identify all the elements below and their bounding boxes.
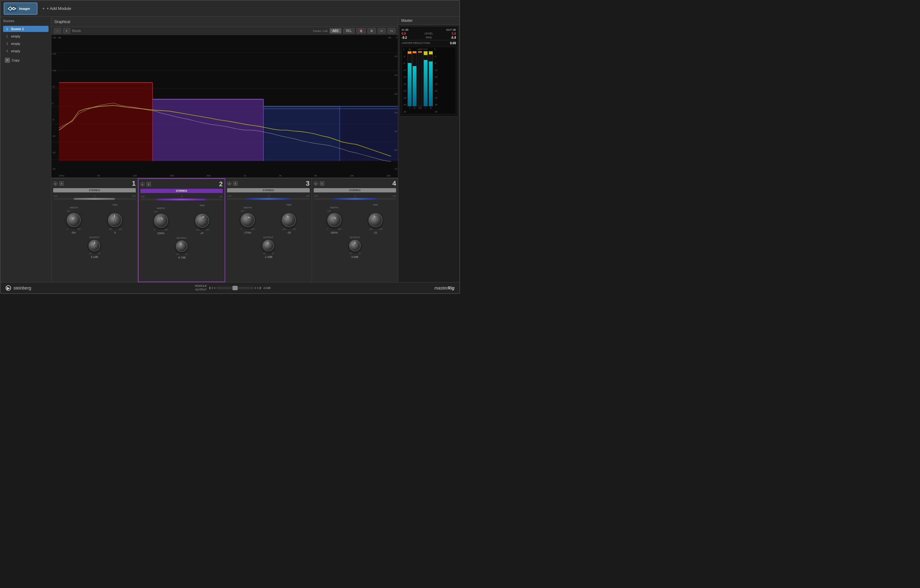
band-2-pan-range: -100100 [195, 229, 209, 231]
band-4-pan-knob[interactable] [368, 213, 382, 227]
band-1-power-button[interactable]: ⏻ [53, 181, 57, 186]
band-2-width-label: WIDTH [157, 207, 165, 210]
band-1-width-knob[interactable] [67, 213, 81, 227]
band-2-pan-knob[interactable] [195, 214, 209, 228]
band-4-power-button[interactable]: ⏻ [314, 181, 318, 186]
band-1-controls: ⏻ S [53, 181, 63, 186]
undo-button[interactable]: ↩ [377, 28, 385, 34]
band-3-pan-label: PAN [287, 204, 291, 206]
band-module-2: ⏻ S 2 STEREO -1000100 [138, 178, 225, 282]
band-2-slider-track[interactable] [141, 199, 223, 201]
band-3-slider-labels: -1000100 [227, 195, 310, 197]
masterrig-logo: masterRig [434, 285, 455, 290]
band-3-output-label: OUTPUT [263, 236, 274, 239]
band-2-width-knob[interactable] [154, 214, 168, 228]
y-label-0: 0 [52, 102, 56, 105]
limiter-row: LIMITER REDUCTION: 0.00 [402, 40, 456, 45]
band-4-controls: ⏻ S [314, 181, 324, 186]
fader-tick-2 [212, 287, 213, 289]
abs-button[interactable]: ABS [330, 28, 342, 34]
limit-label: LIMIT [417, 48, 423, 50]
band-2-output-group: OUTPUT -1515 -5.7dB [176, 236, 188, 259]
band-3-pan-group: PAN -100100 -25 [282, 204, 296, 234]
steinberg-label: steinberg [13, 285, 31, 290]
y-r-n20: -20 [394, 74, 397, 76]
in-meter-l [407, 51, 412, 106]
scene-item-3[interactable]: 3 empty [3, 40, 49, 47]
band-1-slider-container: -1000100 [53, 195, 136, 200]
band-3-stereo-tab[interactable]: STEREO [227, 188, 310, 193]
output-fader-handle[interactable] [233, 286, 238, 290]
mute-button[interactable]: 🔇 [356, 28, 366, 34]
eq-y-labels-left: +20 +15 +10 +5 0 -5 -10 -15 -20 [52, 35, 56, 172]
fader-tick-r [260, 287, 261, 289]
rms-row: -9.2 RMS -5.9 [402, 36, 456, 39]
limit-meter [418, 51, 422, 106]
redo-button[interactable]: ↪ [387, 28, 395, 34]
imager-module[interactable]: Imager [4, 2, 37, 15]
band-3-power-button[interactable]: ⏻ [227, 181, 232, 186]
band-1-output-label: OUTPUT [89, 236, 100, 239]
band-3-pan-knob[interactable] [282, 213, 296, 227]
scene-item-4[interactable]: 4 empty [3, 48, 49, 54]
band-4-stereo-tab[interactable]: STEREO [314, 188, 397, 193]
band-1-pan-knob[interactable] [108, 213, 122, 227]
band-1-stereo-tab[interactable]: STEREO [53, 188, 136, 193]
in-r-label: R [414, 107, 415, 109]
band-1-solo-button[interactable]: S [59, 181, 63, 186]
master-panel: Master IN dB OUT dB 0.9 LEVEL 5.5 -9.2 R… [398, 16, 459, 282]
band-2-power-button[interactable]: ⏻ [141, 182, 145, 186]
band-3-solo-button[interactable]: S [233, 181, 238, 186]
band-2-output-label: OUTPUT [177, 236, 186, 240]
add-module-label: + Add Module [47, 6, 71, 11]
band-1-output-knob[interactable] [89, 240, 100, 251]
band-4-slider-container: -1000100 [314, 195, 397, 200]
master-title: Master [398, 16, 459, 25]
settings-button[interactable]: ⚙ [368, 28, 376, 34]
band-1-slider-track[interactable] [53, 198, 136, 200]
plus-button[interactable]: + [63, 28, 70, 34]
eq-svg [51, 35, 398, 178]
eq-controls: − + Bands Param. Link ABS REL 🔇 ⚙ ↩ ↪ [51, 27, 398, 35]
minus-button[interactable]: − [54, 28, 61, 34]
band-2-width-group: WIDTH 100 0200 200% [154, 207, 168, 235]
band-4-output-knob[interactable] [349, 240, 361, 251]
band-1-slider-labels: -1000100 [53, 195, 136, 197]
band-3-pan-range: -100100 [282, 228, 296, 230]
rel-button[interactable]: REL [343, 28, 355, 34]
band-4-width-label: WIDTH [330, 206, 339, 209]
band-3-slider-track[interactable] [227, 198, 310, 200]
gr-fill [418, 51, 422, 53]
band-3-pan-value: -25 [287, 231, 291, 234]
x-50: 50 [97, 174, 100, 177]
band-2-stereo-tab[interactable]: STEREO [141, 189, 223, 193]
band-4-width-knob[interactable] [327, 213, 342, 227]
band-3-width-knob[interactable] [241, 213, 255, 227]
band-4-solo-button[interactable]: S [320, 181, 324, 186]
band-2-output-knob[interactable] [176, 240, 188, 252]
output-fader-group[interactable] [209, 287, 261, 289]
band-2-solo-button[interactable]: S [147, 182, 151, 186]
scene-item-2[interactable]: 2 empty [3, 33, 49, 39]
band-1-knobs: WIDTH 100 0200 0% [53, 204, 136, 234]
x-200: 200 [170, 174, 173, 177]
band-3-controls: ⏻ S [227, 181, 238, 186]
fader-tick-3 [214, 287, 215, 289]
copy-item[interactable]: ⧉ Copy [3, 57, 49, 64]
gr-label: GR [418, 107, 422, 109]
y-r-n70: -70 [394, 167, 397, 170]
out-meter-label: OUT [423, 48, 428, 50]
out-l-cyan [424, 60, 428, 106]
db-left-label: dB [58, 36, 61, 39]
scene-name-3: empty [11, 42, 20, 45]
band-3-output-knob[interactable] [262, 240, 274, 251]
y-label-10: +10 [52, 69, 56, 72]
scene-item-1[interactable]: 1 Scene 1 [3, 26, 49, 32]
output-fader[interactable] [217, 287, 254, 289]
in-meter-r [412, 51, 417, 106]
band-4-slider-track[interactable] [314, 198, 397, 200]
svg-rect-17 [340, 106, 398, 161]
add-module-button[interactable]: + + Add Module [42, 6, 71, 11]
module-output-label: MODULE OUTPUT [195, 284, 207, 292]
y-label-15: +15 [52, 53, 56, 55]
